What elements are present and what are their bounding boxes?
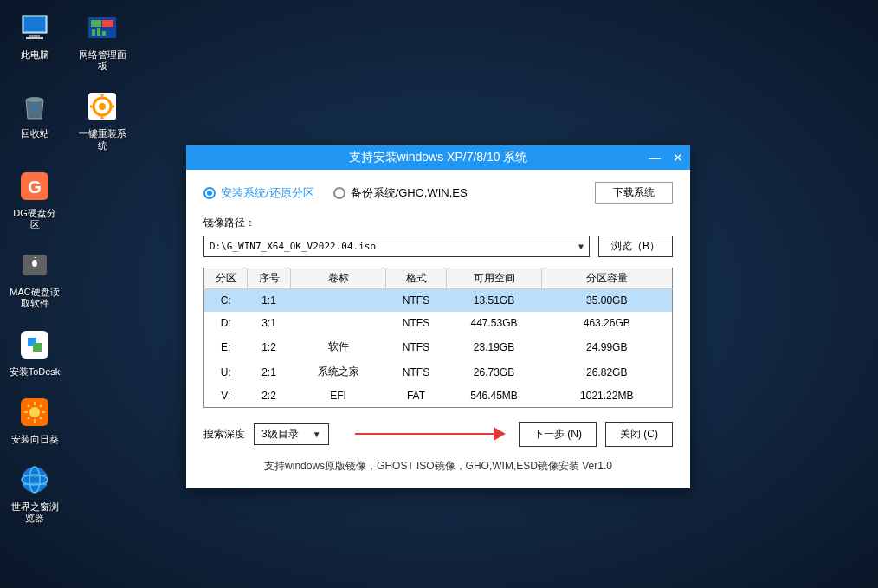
icon-label: 回收站 [21, 128, 49, 139]
svg-rect-7 [92, 29, 95, 36]
table-row[interactable]: U:2:1系统之家NTFS26.73GB26.82GB [204, 359, 673, 384]
table-cell: 26.73GB [447, 359, 542, 384]
icon-label: 世界之窗浏览器 [9, 501, 61, 524]
icon-label: 安装ToDesk [10, 366, 61, 378]
desktop-icon-mac-reader[interactable]: MAC硬盘读取软件 [9, 246, 61, 309]
table-cell: C: [204, 289, 248, 313]
pc-icon [16, 9, 54, 47]
table-cell: D: [204, 312, 248, 334]
radio-label: 备份系统/GHO,WIN,ES [351, 185, 468, 201]
mac-icon [16, 246, 54, 284]
table-cell: E: [204, 334, 248, 359]
svg-rect-5 [91, 20, 101, 27]
desktop-icons-area: 此电脑 网络管理面板 回收站 一键重装系统 [9, 9, 128, 524]
desktop-icon-recycle-bin[interactable]: 回收站 [9, 87, 61, 151]
desktop-icon-todesk[interactable]: 安装ToDesk [9, 326, 61, 378]
radio-backup[interactable]: 备份系统/GHO,WIN,ES [333, 185, 468, 201]
table-row[interactable]: C:1:1NTFS13.51GB35.00GB [204, 289, 673, 313]
svg-point-13 [99, 103, 106, 110]
radio-icon [333, 187, 345, 199]
radio-install-restore[interactable]: 安装系统/还原分区 [203, 185, 314, 201]
table-cell: NTFS [386, 312, 447, 334]
desktop-icon-browser[interactable]: 世界之窗浏览器 [9, 461, 61, 524]
svg-rect-8 [97, 28, 100, 36]
table-cell: V: [204, 384, 248, 408]
table-row[interactable]: V:2:2EFIFAT546.45MB1021.22MB [204, 384, 673, 408]
icon-label: DG硬盘分区 [9, 208, 61, 230]
table-cell: NTFS [386, 359, 447, 384]
download-system-button[interactable]: 下载系统 [595, 182, 673, 204]
reinstall-icon [83, 87, 121, 126]
desktop-icon-this-pc[interactable]: 此电脑 [9, 9, 61, 72]
titlebar[interactable]: 支持安装windows XP/7/8/10 系统 — ✕ [186, 145, 690, 170]
close-button[interactable]: ✕ [673, 152, 683, 164]
col-label: 卷标 [291, 268, 386, 289]
table-cell: 1021.22MB [542, 384, 673, 408]
table-cell: U: [204, 359, 248, 384]
icon-label: 安装向日葵 [11, 434, 59, 445]
table-cell: 23.19GB [447, 334, 542, 359]
svg-point-28 [22, 467, 48, 493]
svg-text:G: G [28, 178, 42, 197]
browser-icon [16, 461, 54, 499]
svg-point-19 [29, 407, 40, 417]
next-button[interactable]: 下一步 (N) [519, 422, 597, 447]
table-header-row: 分区 序号 卷标 格式 可用空间 分区容量 [204, 268, 673, 289]
table-cell [291, 289, 386, 313]
table-cell: 1:2 [248, 334, 291, 359]
svg-rect-3 [26, 37, 43, 39]
annotation-arrow [338, 424, 510, 445]
table-cell: 2:2 [248, 384, 291, 408]
table-cell: NTFS [386, 334, 447, 359]
table-row[interactable]: E:1:2软件NTFS23.19GB24.99GB [204, 334, 673, 359]
table-cell: 13.51GB [447, 289, 542, 313]
col-seq: 序号 [248, 268, 291, 289]
icon-label: 一键重装系统 [76, 128, 128, 151]
recycle-icon [16, 87, 54, 126]
desktop-icon-sunflower[interactable]: 安装向日葵 [9, 393, 61, 445]
table-cell: 系统之家 [291, 359, 386, 384]
sunflower-icon [16, 393, 54, 431]
table-row[interactable]: D:3:1NTFS447.53GB463.26GB [204, 312, 673, 334]
desktop-icon-network-panel[interactable]: 网络管理面板 [76, 9, 128, 72]
chevron-down-icon: ▼ [313, 430, 321, 439]
table-cell: 1:1 [248, 289, 291, 313]
col-free: 可用空间 [447, 268, 542, 289]
browse-button[interactable]: 浏览（B） [598, 236, 673, 257]
desktop-icon-dg-partition[interactable]: G DG硬盘分区 [9, 167, 61, 230]
svg-line-27 [40, 405, 42, 407]
svg-rect-6 [102, 20, 113, 27]
table-cell: EFI [291, 384, 386, 408]
radio-label: 安装系统/还原分区 [221, 185, 314, 201]
partition-table: 分区 序号 卷标 格式 可用空间 分区容量 C:1:1NTFS13.51GB35… [203, 268, 673, 408]
footer-text: 支持windows原版镜像，GHOST ISO镜像，GHO,WIM,ESD镜像安… [203, 459, 673, 474]
radio-icon [203, 187, 216, 199]
table-cell: 3:1 [248, 312, 291, 334]
icon-label: 此电脑 [21, 49, 49, 61]
close-action-button[interactable]: 关闭 (C) [605, 422, 673, 447]
table-cell: 546.45MB [447, 384, 542, 408]
window-title: 支持安装windows XP/7/8/10 系统 [349, 150, 528, 165]
col-capacity: 分区容量 [542, 268, 673, 289]
icon-label: MAC硬盘读取软件 [9, 287, 61, 309]
svg-line-26 [28, 417, 29, 419]
table-cell [291, 312, 386, 334]
image-path-dropdown[interactable]: D:\G_WIN7_X64_OK_V2022.04.iso ▼ [203, 236, 590, 257]
search-depth-label: 搜索深度 [203, 427, 245, 442]
panel-icon [83, 9, 121, 47]
minimize-button[interactable]: — [649, 152, 661, 164]
table-cell: 软件 [291, 334, 386, 359]
table-cell: NTFS [386, 289, 447, 313]
desktop-icon-reinstall[interactable]: 一键重装系统 [76, 87, 128, 151]
svg-line-24 [28, 405, 29, 407]
table-cell: 463.26GB [542, 312, 673, 334]
search-depth-select[interactable]: 3级目录 ▼ [254, 423, 329, 445]
installer-dialog: 支持安装windows XP/7/8/10 系统 — ✕ 安装系统/还原分区 备… [186, 145, 690, 488]
todesk-icon [16, 326, 54, 364]
table-cell: 447.53GB [447, 312, 542, 334]
svg-line-25 [40, 417, 42, 419]
table-cell: 26.82GB [542, 359, 673, 384]
svg-point-10 [26, 97, 43, 102]
icon-label: 网络管理面板 [76, 49, 128, 72]
dg-icon: G [16, 167, 54, 205]
